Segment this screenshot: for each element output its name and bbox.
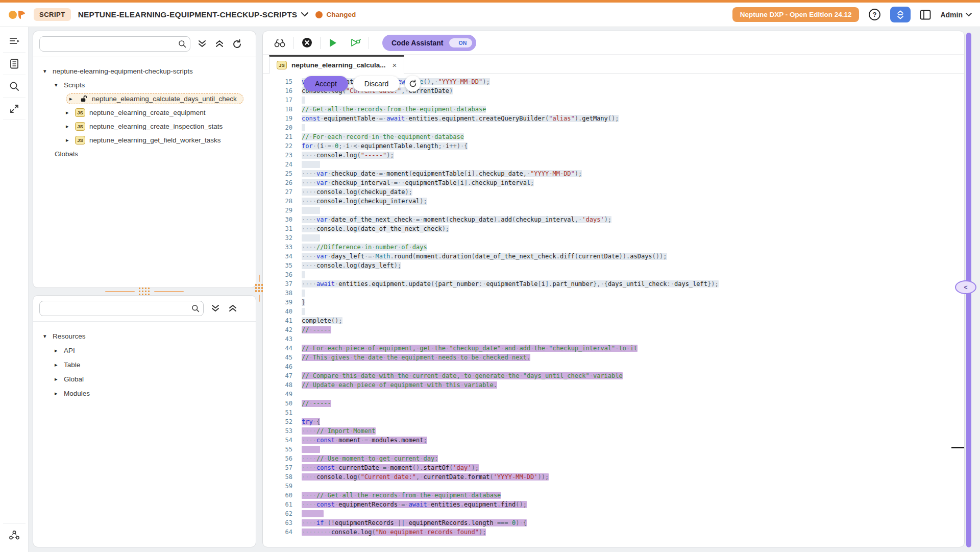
- collapsed-arrow-icon[interactable]: ▸: [55, 390, 64, 397]
- line-content: ····//·Get·all·the·records·from·the·equi…: [302, 491, 501, 500]
- code-editor-panel: Code Assistant ON JS neptune_elearning_c…: [262, 31, 965, 547]
- collapsed-arrow-icon[interactable]: ▸: [69, 95, 79, 102]
- line-content: const·equipmentTable·=·await·entities.eq…: [302, 114, 619, 123]
- tree-item-scripts[interactable]: ▾Scripts: [38, 78, 251, 92]
- tree-item-neptune-elearning-calculate-days-until-check[interactable]: ▸neptune_elearning_calculate_days_until_…: [38, 92, 251, 106]
- tree-item-neptune-elearning-create-equipment[interactable]: ▸JSneptune_elearning_create_equipment: [38, 106, 251, 119]
- line-number: 23: [269, 151, 292, 160]
- collapsed-arrow-icon[interactable]: ▸: [55, 362, 64, 368]
- expanded-arrow-icon[interactable]: ▾: [43, 333, 53, 340]
- resources-search-input[interactable]: [39, 301, 204, 316]
- line-number: 59: [269, 482, 292, 491]
- line-content: ····var·days_left·=·Math.round(moment.du…: [302, 252, 667, 261]
- document-button[interactable]: [3, 53, 26, 75]
- neptune-logo-icon[interactable]: [8, 8, 27, 21]
- clear-icon: [302, 37, 312, 48]
- collapse-panel-icon[interactable]: <: [955, 280, 976, 294]
- collapsed-arrow-icon[interactable]: ▸: [66, 123, 75, 130]
- collapse-all-button[interactable]: [214, 38, 225, 50]
- expand-button[interactable]: [3, 98, 26, 120]
- tree-item-globals[interactable]: Globals: [38, 147, 251, 161]
- rerun-button[interactable]: [405, 76, 421, 91]
- collapsed-arrow-icon[interactable]: ▸: [66, 109, 75, 116]
- panel-resize-handle-horizontal[interactable]: [33, 288, 256, 295]
- code-line: 35····console.log(days_left);: [263, 261, 964, 270]
- tree-item-global[interactable]: ▸Global: [38, 372, 251, 386]
- tab-calculate-days-until-check[interactable]: JS neptune_elearning_calcula... ×: [269, 55, 404, 74]
- run-button[interactable]: [327, 36, 339, 50]
- line-content: ········console.log("No·equipment·record…: [302, 527, 486, 537]
- expanded-arrow-icon[interactable]: ▾: [43, 68, 53, 75]
- dependency-graph-icon: [9, 530, 20, 540]
- code-line: 28····console.log(checkup_interval);: [263, 197, 964, 206]
- code-line: 50//·-----: [263, 399, 964, 408]
- collapsed-arrow-icon[interactable]: ▸: [55, 376, 64, 382]
- code-line: 25····var·checkup_date·=·moment(equipmen…: [263, 169, 964, 178]
- tree-item-label: Globals: [55, 150, 78, 158]
- tree-item-label: neptune_elearning_create_inspection_stat…: [89, 123, 223, 130]
- code-assistant-toggle[interactable]: Code Assistant ON: [382, 35, 476, 51]
- help-button[interactable]: ?: [866, 6, 883, 23]
- clear-button[interactable]: [300, 36, 314, 50]
- sort-toggle-button[interactable]: [890, 7, 911, 22]
- line-number: 49: [269, 390, 292, 399]
- code-line: 36: [263, 270, 964, 279]
- script-type-badge: SCRIPT: [34, 8, 71, 21]
- scrollbar-mark: [951, 447, 964, 448]
- code-line: 26····var·checkup_interval·=··equipmentT…: [263, 178, 964, 187]
- script-tree: ▾neptune-elearning-equipment-checkup-scr…: [33, 57, 256, 168]
- line-content: [302, 233, 320, 243]
- line-content: ····//·Use·moment·to·get·current·day:: [302, 454, 438, 463]
- line-number: 27: [269, 187, 292, 197]
- collapsed-arrow-icon[interactable]: ▸: [55, 347, 64, 354]
- user-menu[interactable]: Admin: [940, 11, 972, 19]
- tree-item-label: Global: [64, 375, 84, 383]
- line-number: 17: [269, 95, 292, 105]
- line-content: //·-----: [302, 325, 331, 334]
- code-line: 22for·(i·=·0;·i·<·equipmentTable.length;…: [263, 141, 964, 151]
- line-content: }: [302, 298, 305, 307]
- collapse-all-button[interactable]: [227, 303, 238, 314]
- tree-item-modules[interactable]: ▸Modules: [38, 386, 251, 400]
- line-content: try·{: [302, 417, 320, 426]
- debug-run-button[interactable]: [348, 36, 362, 50]
- code-line: 59: [263, 482, 964, 491]
- code-line: 57····const·currentDate·=·moment().start…: [263, 463, 964, 472]
- script-title-dropdown[interactable]: NEPTUNE-ELEARNING-EQUIPMENT-CHECKUP-SCRI…: [78, 10, 309, 19]
- code-pane[interactable]: Accept Discard 15var·currentDate·=·momen…: [263, 74, 964, 547]
- tree-item-label: neptune_elearning_calculate_days_until_c…: [92, 95, 237, 103]
- tree-item-neptune-elearning-equipment-checkup-scripts[interactable]: ▾neptune-elearning-equipment-checkup-scr…: [38, 64, 251, 78]
- tree-item-neptune-elearning-create-inspection-stats[interactable]: ▸JSneptune_elearning_create_inspection_s…: [38, 119, 251, 133]
- tree-item-label: Scripts: [64, 81, 85, 89]
- collapsed-arrow-icon[interactable]: ▸: [66, 137, 75, 143]
- accept-button[interactable]: Accept: [304, 76, 348, 91]
- dependency-graph-button[interactable]: [3, 523, 26, 546]
- find-button[interactable]: [272, 36, 287, 50]
- line-content: ····const·equipmentRecords·=·await·entit…: [302, 500, 527, 509]
- line-content: //·This·gives·the·date·the·equipment·nee…: [302, 353, 530, 362]
- expand-icon: [9, 104, 19, 114]
- refresh-tree-button[interactable]: [231, 38, 243, 50]
- rerun-icon: [409, 80, 417, 88]
- tree-item-resources[interactable]: ▾Resources: [38, 329, 251, 343]
- version-badge[interactable]: Neptune DXP - Open Edition 24.12: [732, 7, 860, 22]
- panel-resize-handle-vertical[interactable]: [256, 275, 263, 304]
- discard-button[interactable]: Discard: [353, 76, 400, 91]
- code-line: 43: [263, 334, 964, 344]
- search-rail-button[interactable]: [3, 75, 26, 98]
- tree-item-neptune-elearning-get-field-worker-tasks[interactable]: ▸JSneptune_elearning_get_field_worker_ta…: [38, 133, 251, 147]
- code-assistant-state[interactable]: ON: [449, 38, 472, 47]
- line-number: 44: [269, 344, 292, 353]
- tree-item-api[interactable]: ▸API: [38, 343, 251, 357]
- selected-item-pill: ▸neptune_elearning_calculate_days_until_…: [66, 93, 243, 104]
- line-content: ····await·entities.equipment.update({par…: [302, 279, 719, 289]
- expanded-arrow-icon[interactable]: ▾: [55, 82, 64, 88]
- expand-all-button[interactable]: [210, 303, 221, 314]
- tree-item-table[interactable]: ▸Table: [38, 357, 251, 372]
- panel-layout-button[interactable]: [918, 8, 933, 22]
- explorer-search-input[interactable]: [39, 36, 190, 52]
- script-list-button[interactable]: [3, 30, 26, 53]
- expand-all-button[interactable]: [197, 38, 208, 50]
- close-icon[interactable]: ×: [393, 61, 397, 69]
- line-content: [302, 307, 305, 316]
